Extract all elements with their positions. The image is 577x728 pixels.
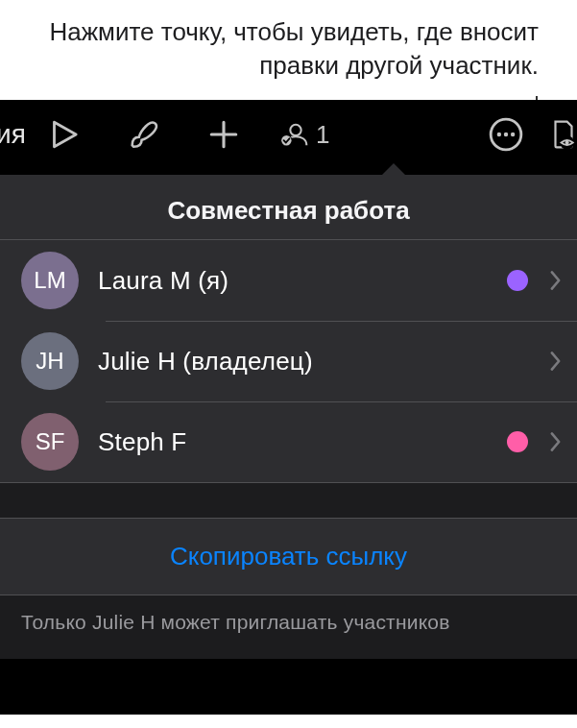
divider — [106, 401, 577, 402]
svg-point-0 — [290, 125, 301, 135]
svg-point-6 — [511, 133, 515, 136]
plus-icon — [207, 118, 240, 151]
collaborate-icon — [279, 118, 312, 151]
more-button[interactable] — [477, 106, 535, 163]
divider — [106, 321, 577, 322]
collaborator-count: 1 — [316, 120, 329, 150]
participant-row[interactable]: LMLaura M (я) — [0, 240, 577, 321]
participant-name: Steph F — [98, 427, 488, 457]
svg-point-8 — [565, 141, 569, 145]
copy-link-button[interactable]: Скопировать ссылку — [0, 519, 577, 595]
participant-row[interactable]: SFSteph F — [0, 401, 577, 482]
ellipsis-circle-icon — [488, 116, 524, 153]
presenter-notes-button[interactable] — [535, 106, 577, 163]
avatar: JH — [21, 332, 79, 390]
collaborate-button[interactable]: 1 — [270, 106, 339, 163]
participant-list: LMLaura M (я)JHJulie H (владелец)SFSteph… — [0, 240, 577, 482]
participant-name: Laura M (я) — [98, 266, 488, 296]
play-button[interactable] — [34, 106, 91, 163]
spacer — [0, 483, 577, 518]
svg-point-5 — [504, 133, 508, 136]
participant-name: Julie H (владелец) — [98, 347, 530, 376]
svg-point-4 — [497, 133, 501, 136]
chevron-right-icon — [549, 270, 562, 291]
app-window: ация 1 — [0, 100, 577, 715]
participant-row[interactable]: JHJulie H (владелец) — [0, 321, 577, 401]
avatar: LM — [21, 252, 79, 309]
presence-dot[interactable] — [507, 270, 528, 291]
toolbar: ация 1 — [0, 100, 577, 169]
permissions-note: Только Julie H может приглашать участник… — [0, 595, 577, 659]
document-eye-icon — [547, 118, 577, 151]
add-button[interactable] — [195, 106, 252, 163]
collaboration-popover: Совместная работа LMLaura M (я)JHJulie H… — [0, 175, 577, 659]
presence-dot[interactable] — [507, 431, 528, 452]
avatar: SF — [21, 413, 79, 471]
format-brush-button[interactable] — [114, 106, 172, 163]
chevron-right-icon — [549, 431, 562, 452]
popover-title: Совместная работа — [0, 175, 577, 239]
annotation-caption: Нажмите точку, чтобы увидеть, где вносит… — [0, 0, 577, 92]
brush-icon — [127, 118, 159, 151]
chevron-right-icon — [549, 351, 562, 372]
toolbar-label-fragment: ация — [0, 119, 34, 150]
play-icon — [46, 118, 79, 151]
